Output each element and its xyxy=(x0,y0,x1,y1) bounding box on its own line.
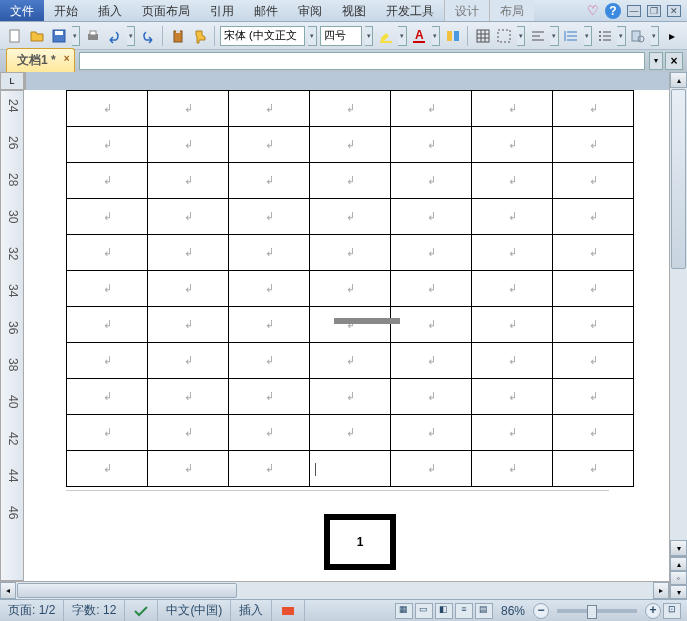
table-cell[interactable]: ↲ xyxy=(67,199,148,235)
table-cell[interactable]: ↲ xyxy=(472,235,553,271)
font-color-dropdown[interactable]: ▾ xyxy=(432,26,441,46)
table-cell[interactable]: ↲ xyxy=(310,307,391,343)
menu-file[interactable]: 文件 xyxy=(0,0,44,21)
table-cell[interactable]: ↲ xyxy=(229,379,310,415)
table-cell[interactable]: ↲ xyxy=(310,199,391,235)
table-cell[interactable]: ↲ xyxy=(472,343,553,379)
table-cell[interactable]: ↲ xyxy=(67,451,148,487)
horizontal-ruler[interactable]: 2468101214161820222426283032343638404244… xyxy=(24,72,26,90)
table-cell[interactable]: ↲ xyxy=(391,343,472,379)
status-mode[interactable]: 插入 xyxy=(231,600,272,621)
address-dropdown[interactable]: ▾ xyxy=(649,52,663,70)
table-cell[interactable]: ↲ xyxy=(148,343,229,379)
table-cell[interactable]: ↲ xyxy=(148,415,229,451)
table-cell[interactable]: ↲ xyxy=(553,271,634,307)
view-outline-button[interactable]: ≡ xyxy=(455,603,473,619)
page-number-field[interactable]: 1 xyxy=(324,514,396,570)
next-page-button[interactable]: ▾ xyxy=(670,585,687,599)
table-cell[interactable]: ↲ xyxy=(67,307,148,343)
table-cell[interactable]: ↲ xyxy=(553,163,634,199)
table-cell[interactable]: ↲ xyxy=(391,307,472,343)
more-button[interactable]: ▸ xyxy=(662,26,681,46)
table-cell[interactable]: ↲ xyxy=(472,271,553,307)
list-dropdown[interactable]: ▾ xyxy=(617,26,626,46)
menu-insert[interactable]: 插入 xyxy=(88,0,132,21)
size-dropdown[interactable]: ▾ xyxy=(365,26,374,46)
table-cell[interactable]: ↲ xyxy=(472,199,553,235)
help-icon[interactable]: ? xyxy=(605,3,621,19)
font-select[interactable]: 宋体 (中文正文 xyxy=(220,26,305,46)
browse-object-button[interactable]: ◦ xyxy=(670,571,687,585)
table-cell[interactable]: ↲ xyxy=(472,307,553,343)
menu-ref[interactable]: 引用 xyxy=(200,0,244,21)
table-cell[interactable]: ↲ xyxy=(148,235,229,271)
size-select[interactable]: 四号 xyxy=(320,26,362,46)
restore-button[interactable]: ❐ xyxy=(647,5,661,17)
table-cell[interactable]: ↲ xyxy=(229,343,310,379)
document-tab[interactable]: 文档1 *× xyxy=(6,48,75,72)
table-cell[interactable]: ↲ xyxy=(229,163,310,199)
close-button[interactable]: ✕ xyxy=(667,5,681,17)
open-button[interactable] xyxy=(28,26,47,46)
table-cell[interactable]: ↲ xyxy=(553,127,634,163)
scroll-down-button[interactable]: ▾ xyxy=(670,540,687,556)
status-record[interactable] xyxy=(272,600,305,621)
table-button[interactable] xyxy=(473,26,492,46)
zoom-out-button[interactable]: − xyxy=(533,603,549,619)
table-cell[interactable]: ↲ xyxy=(310,127,391,163)
align-button[interactable] xyxy=(528,26,547,46)
scroll-left-button[interactable]: ◂ xyxy=(0,582,16,599)
view-print-button[interactable]: ▦ xyxy=(395,603,413,619)
linespace-dropdown[interactable]: ▾ xyxy=(584,26,593,46)
format-painter-button[interactable] xyxy=(190,26,209,46)
table-cell[interactable]: ↲ xyxy=(310,235,391,271)
vscroll-thumb[interactable] xyxy=(671,89,686,269)
menu-review[interactable]: 审阅 xyxy=(288,0,332,21)
table-cell[interactable]: ↲ xyxy=(391,415,472,451)
table-cell[interactable]: ↲ xyxy=(553,451,634,487)
table-cell[interactable]: ↲ xyxy=(229,91,310,127)
view-draft-button[interactable]: ▤ xyxy=(475,603,493,619)
address-close[interactable]: × xyxy=(665,52,683,70)
table-cell[interactable] xyxy=(310,451,391,487)
table-cell[interactable]: ↲ xyxy=(229,307,310,343)
table-cell[interactable]: ↲ xyxy=(472,91,553,127)
list-button[interactable] xyxy=(595,26,614,46)
table-cell[interactable]: ↲ xyxy=(148,379,229,415)
ruler-corner[interactable]: L xyxy=(0,72,24,90)
save-button[interactable] xyxy=(50,26,69,46)
table-cell[interactable]: ↲ xyxy=(67,127,148,163)
style-button[interactable] xyxy=(443,26,462,46)
document-canvas[interactable]: ↲↲↲↲↲↲↲↲↲↲↲↲↲↲↲↲↲↲↲↲↲↲↲↲↲↲↲↲↲↲↲↲↲↲↲↲↲↲↲↲… xyxy=(24,90,669,581)
table-cell[interactable]: ↲ xyxy=(472,415,553,451)
vertical-scrollbar[interactable]: ▴ ▾ ▴ ◦ ▾ xyxy=(669,72,687,599)
save-dropdown[interactable]: ▾ xyxy=(72,26,81,46)
menu-design[interactable]: 设计 xyxy=(444,0,489,21)
document-table[interactable]: ↲↲↲↲↲↲↲↲↲↲↲↲↲↲↲↲↲↲↲↲↲↲↲↲↲↲↲↲↲↲↲↲↲↲↲↲↲↲↲↲… xyxy=(66,90,634,487)
table-cell[interactable]: ↲ xyxy=(67,343,148,379)
scroll-right-button[interactable]: ▸ xyxy=(653,582,669,599)
borders-button[interactable] xyxy=(495,26,514,46)
heart-icon[interactable]: ♡ xyxy=(587,3,599,18)
table-cell[interactable]: ↲ xyxy=(472,127,553,163)
table-cell[interactable]: ↲ xyxy=(148,127,229,163)
table-cell[interactable]: ↲ xyxy=(148,271,229,307)
table-cell[interactable]: ↲ xyxy=(229,235,310,271)
view-web-button[interactable]: ◧ xyxy=(435,603,453,619)
menu-table-layout[interactable]: 布局 xyxy=(489,0,534,21)
table-cell[interactable]: ↲ xyxy=(229,199,310,235)
status-page[interactable]: 页面: 1/2 xyxy=(0,600,64,621)
table-cell[interactable]: ↲ xyxy=(310,91,391,127)
table-cell[interactable]: ↲ xyxy=(67,163,148,199)
table-cell[interactable]: ↲ xyxy=(472,163,553,199)
table-cell[interactable]: ↲ xyxy=(67,235,148,271)
table-cell[interactable]: ↲ xyxy=(148,199,229,235)
menu-view[interactable]: 视图 xyxy=(332,0,376,21)
table-cell[interactable]: ↲ xyxy=(391,199,472,235)
menu-home[interactable]: 开始 xyxy=(44,0,88,21)
table-cell[interactable]: ↲ xyxy=(310,379,391,415)
table-cell[interactable]: ↲ xyxy=(472,379,553,415)
table-cell[interactable]: ↲ xyxy=(229,127,310,163)
status-words[interactable]: 字数: 12 xyxy=(64,600,125,621)
table-cell[interactable]: ↲ xyxy=(391,379,472,415)
